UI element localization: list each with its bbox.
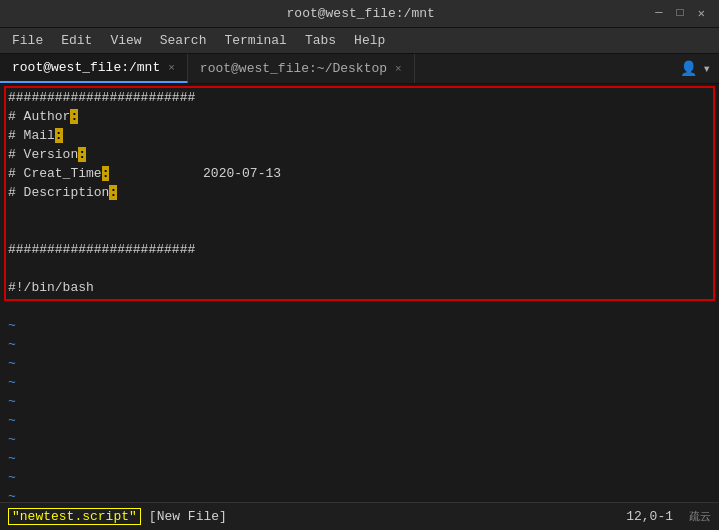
line-2: # Author:	[8, 107, 711, 126]
line-tilde-3: ~	[8, 354, 711, 373]
active-tab-close[interactable]: ×	[168, 62, 175, 74]
line-6: # Description:	[8, 183, 711, 202]
line-tilde-8: ~	[8, 449, 711, 468]
title-bar: root@west_file:/mnt ─ □ ✕	[0, 0, 719, 28]
line-9: ########################	[8, 240, 711, 259]
inactive-tab-close[interactable]: ×	[395, 63, 402, 75]
tab-active[interactable]: root@west_file:/mnt ×	[0, 54, 188, 83]
line-tilde-1: ~	[8, 316, 711, 335]
line-tilde-6: ~	[8, 411, 711, 430]
menu-view[interactable]: View	[102, 31, 149, 50]
line-8	[8, 221, 711, 240]
minimize-button[interactable]: ─	[651, 6, 666, 21]
menu-help[interactable]: Help	[346, 31, 393, 50]
editor-wrapper: ######################## # Author: # Mai…	[0, 84, 719, 502]
line-tilde-7: ~	[8, 430, 711, 449]
line-tilde-4: ~	[8, 373, 711, 392]
tab-inactive[interactable]: root@west_file:~/Desktop ×	[188, 54, 415, 83]
menu-search[interactable]: Search	[152, 31, 215, 50]
status-filename: "newtest.script"	[8, 508, 141, 525]
tabs-bar: root@west_file:/mnt × root@west_file:~/D…	[0, 54, 719, 84]
menu-bar: File Edit View Search Terminal Tabs Help	[0, 28, 719, 54]
status-bar: "newtest.script" [New File] 12,0-1 疏云	[0, 502, 719, 530]
watermark: 疏云	[689, 509, 711, 524]
menu-file[interactable]: File	[4, 31, 51, 50]
editor-content[interactable]: ######################## # Author: # Mai…	[0, 84, 719, 502]
menu-terminal[interactable]: Terminal	[216, 31, 294, 50]
menu-edit[interactable]: Edit	[53, 31, 100, 50]
status-new-file: [New File]	[149, 509, 227, 524]
line-7	[8, 202, 711, 221]
close-button[interactable]: ✕	[694, 6, 709, 21]
line-1: ########################	[8, 88, 711, 107]
line-12	[8, 297, 711, 316]
menu-tabs[interactable]: Tabs	[297, 31, 344, 50]
window-title: root@west_file:/mnt	[70, 6, 651, 21]
line-tilde-5: ~	[8, 392, 711, 411]
line-tilde-9: ~	[8, 468, 711, 487]
active-tab-label: root@west_file:/mnt	[12, 60, 160, 75]
line-11: #!/bin/bash	[8, 278, 711, 297]
line-5: # Creat_Time: 2020-07-13	[8, 164, 711, 183]
line-tilde-10: ~	[8, 487, 711, 502]
dropdown-arrow-icon[interactable]: ▾	[703, 60, 711, 77]
inactive-tab-label: root@west_file:~/Desktop	[200, 61, 387, 76]
user-icon[interactable]: 👤	[680, 60, 697, 77]
line-3: # Mail:	[8, 126, 711, 145]
maximize-button[interactable]: □	[673, 6, 688, 21]
line-10	[8, 259, 711, 278]
status-position: 12,0-1	[626, 509, 673, 524]
line-4: # Version:	[8, 145, 711, 164]
line-tilde-2: ~	[8, 335, 711, 354]
editor-main: ######################## # Author: # Mai…	[0, 84, 719, 502]
